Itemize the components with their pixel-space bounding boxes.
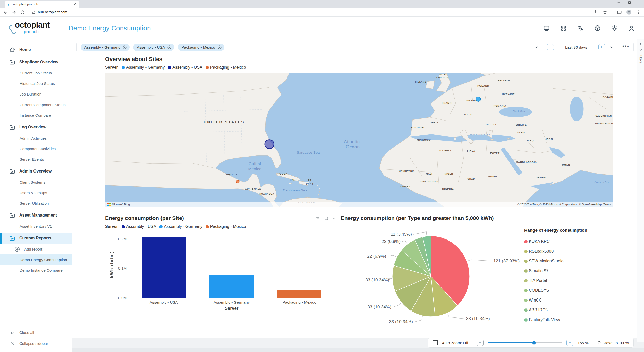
octoplant-logo[interactable]: octoplant prohub [8,20,58,36]
display-icon[interactable] [543,25,550,31]
sidebar-item-home[interactable]: Home [0,44,72,55]
zoom-slider-thumb[interactable] [532,341,536,345]
legend-dot [524,250,528,253]
legend-item-sew-motionstudio[interactable]: SEW MotionStudio [524,256,601,266]
expand-icon[interactable] [324,216,328,220]
sidebar-item-log-overview[interactable]: Log Overview [0,122,72,133]
legend-item-assembly-germany[interactable]: Assembly - Germany [159,224,202,229]
filter-chip-packaging-mexico[interactable]: Packaging - Mexico [178,44,224,51]
chip-remove-icon[interactable] [167,45,172,49]
sidebar-item-job-duration[interactable]: Job Duration [0,89,72,99]
time-range-label[interactable]: Last 30 days [565,45,587,49]
folder-user-icon [9,168,15,174]
forward-arrow-icon[interactable] [12,10,16,15]
sidebar-item-asset-management[interactable]: Asset Management [0,210,72,221]
sidebar-close-all[interactable]: Close all [0,327,72,338]
reset-zoom-button[interactable]: Reset to 100% [597,341,629,345]
translate-icon[interactable] [577,25,584,31]
share-icon[interactable] [593,10,598,15]
sidebar-item-current-component-status[interactable]: Current Component Status [0,99,72,110]
maximize-icon[interactable] [628,1,631,4]
help-icon[interactable] [594,25,601,31]
settings-icon[interactable] [611,25,618,31]
bar-packaging-mexico[interactable] [277,290,321,298]
legend-item-kuka-krc[interactable]: KUKA KRC [524,237,601,246]
osm-link[interactable]: © OpenStreetMap [579,203,602,206]
minimize-icon[interactable] [617,1,621,4]
reload-icon[interactable] [20,10,25,15]
legend-item-tia-portal[interactable]: TIA Portal [524,276,601,286]
microsoft-logo-icon [107,203,111,206]
map-marker-assembly-germany[interactable] [476,97,481,101]
filter-chip-assembly-germany[interactable]: Assembly - Germany [81,44,130,51]
time-range-minus-button[interactable] [547,44,554,50]
auto-zoom-checkbox[interactable] [433,340,438,345]
map-marker-assembly-usa[interactable] [265,140,274,149]
legend-item-packaging-mexico[interactable]: Packaging - Mexico [206,65,246,70]
legend-item-wincc[interactable]: WinCC [524,295,601,305]
sidebar-item-demo-energy-consumption[interactable]: Demo Energy Consumption [0,254,72,265]
sidebar-item-users-groups[interactable]: Users & Groups [0,187,72,198]
bar-assembly-usa[interactable] [142,237,186,298]
tab-close-icon[interactable] [73,2,77,6]
sidebar-item-component-activities[interactable]: Component Activities [0,143,72,154]
legend-item-packaging-mexico[interactable]: Packaging - Mexico [206,224,246,229]
chip-remove-icon[interactable] [217,45,222,49]
url-box[interactable]: hub.octoplant.com [29,10,589,14]
sidebar-item-asset-inventory-v1[interactable]: Asset Inventory V1 [0,221,72,231]
legend-item-simatic-s7[interactable]: Simatic S7 [524,266,601,276]
more-options-icon[interactable] [333,216,337,220]
legend-dot [122,66,125,69]
legend-item-assembly-germany[interactable]: Assembly - Germany [122,65,165,70]
legend-item-assembly-usa[interactable]: Assembly - USA [168,65,202,70]
sidebar-item-instance-compare[interactable]: Instance Compare [0,110,72,121]
map-water-label: Mexico [248,167,262,171]
sidebar-collapse-sidebar[interactable]: Collapse sidebar [0,338,72,349]
chevron-left-icon[interactable] [639,42,642,46]
zoom-slider[interactable] [488,342,562,343]
sidebar-item-admin-overview[interactable]: Admin Overview [0,166,72,177]
new-tab-button[interactable] [82,1,88,7]
side-panel-icon[interactable] [617,10,622,15]
filter-funnel-icon[interactable] [639,48,642,52]
sidebar-item-server-utilization[interactable]: Server Utilization [0,198,72,209]
legend-dot [524,308,528,312]
sidebar-item-client-systems[interactable]: Client Systems [0,177,72,187]
filter-chips: Assembly - GermanyAssembly - USAPackagin… [81,44,224,51]
filters-rail[interactable]: Filters [637,39,644,342]
chip-remove-icon[interactable] [123,45,127,49]
sites-map[interactable]: UNITED STATESMEXICOGUATEMALANICARAGUACUB… [105,73,613,207]
sidebar-item-server-events[interactable]: Server Events [0,154,72,165]
filter-chip-assembly-usa[interactable]: Assembly - USA [133,44,174,51]
filter-lines-icon[interactable] [316,216,320,220]
sidebar-item-historical-job-status[interactable]: Historical Job Status [0,78,72,89]
sidebar-item-demo-instance-compare[interactable]: Demo Instance Compare [0,265,72,276]
close-icon[interactable] [638,1,642,4]
sidebar-item-add-report[interactable]: Add report [0,244,72,254]
legend-item-rslogix5000[interactable]: RSLogix5000 [524,246,601,256]
more-options-icon[interactable]: ••• [622,45,629,49]
sidebar-item-custom-reports[interactable]: Custom Reports [0,233,72,244]
browser-tab[interactable]: octoplant pro hub [5,1,79,8]
sidebar-item-shopfloor-overview[interactable]: Shopfloor Overview [0,56,72,68]
legend-item-codesys[interactable]: CODESYS [524,286,601,295]
zoom-out-button[interactable] [477,340,484,346]
time-range-plus-button[interactable] [598,44,605,50]
legend-item-abb-irc5[interactable]: ABB IRC5 [524,305,601,315]
legend-item-assembly-usa[interactable]: Assembly - USA [122,224,156,229]
legend-item-factorytalk-view[interactable]: FactoryTalk View [524,315,601,325]
zoom-in-button[interactable] [566,340,573,346]
sidebar-item-current-job-status[interactable]: Current Job Status [0,68,72,78]
profile-avatar[interactable] [626,10,631,15]
bookmark-star-icon[interactable] [603,10,607,15]
chevron-down-icon[interactable] [534,45,538,49]
terms-link[interactable]: Terms [603,203,611,206]
menu-kebab-icon[interactable] [636,10,641,15]
sidebar-item-admin-activities[interactable]: Admin Activities [0,133,72,143]
user-icon[interactable] [628,25,635,31]
bar-assembly-germany[interactable] [209,275,254,298]
back-arrow-icon[interactable] [3,10,8,15]
map-marker-packaging-mexico[interactable] [236,180,239,183]
chevron-down-icon[interactable] [609,45,614,49]
apps-grid-icon[interactable] [560,25,567,31]
